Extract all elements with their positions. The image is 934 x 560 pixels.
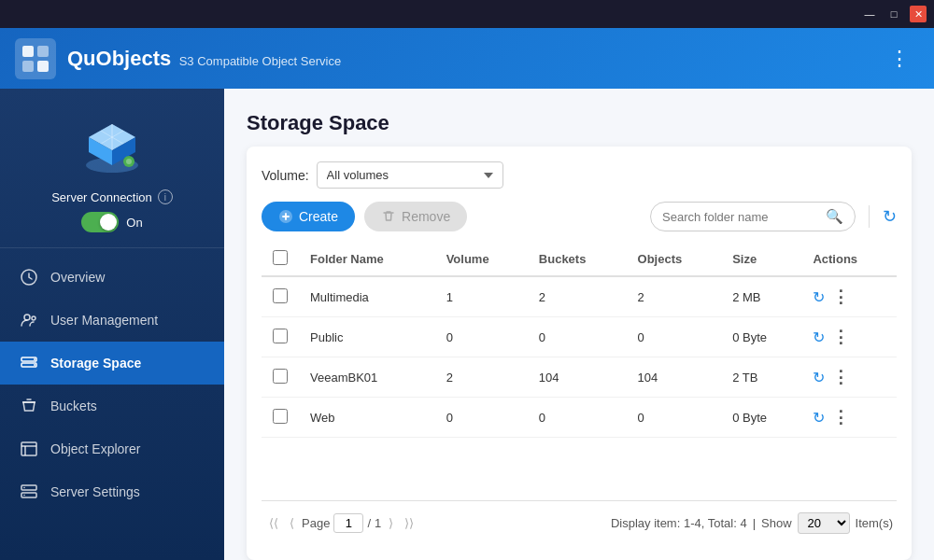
object-explorer-label: Object Explorer [50, 441, 140, 456]
cell-folder-3: Web [299, 398, 435, 438]
col-actions: Actions [801, 243, 897, 276]
trash-icon [381, 209, 396, 224]
row-checkbox-3[interactable] [273, 409, 288, 424]
volume-row: Volume: All volumes [262, 161, 897, 189]
close-button[interactable]: ✕ [910, 6, 927, 22]
content-card: Volume: All volumes Create [247, 147, 912, 560]
sidebar-item-storage-space[interactable]: Storage Space [0, 342, 224, 385]
items-label: Item(s) [856, 516, 893, 530]
page-separator: / [367, 516, 371, 530]
row-refresh-3[interactable]: ↻ [813, 409, 825, 427]
volume-label: Volume: [262, 168, 309, 183]
show-select[interactable]: 20 50 100 [798, 512, 850, 534]
svg-point-15 [24, 315, 30, 320]
row-checkbox-1[interactable] [273, 329, 288, 343]
cell-objects-3: 0 [627, 398, 722, 438]
svg-rect-0 [22, 46, 34, 57]
sidebar-item-server-settings[interactable]: Server Settings [0, 470, 224, 513]
cell-volume-1: 0 [435, 317, 528, 357]
cell-buckets-2: 104 [528, 357, 627, 398]
refresh-button[interactable]: ↻ [883, 206, 897, 227]
page-input[interactable] [333, 513, 363, 533]
search-input[interactable] [662, 210, 820, 224]
cell-volume-0: 1 [435, 276, 528, 317]
col-buckets: Buckets [528, 243, 627, 276]
cell-size-2: 2 TB [721, 357, 801, 398]
sidebar-item-user-management[interactable]: User Management [0, 299, 224, 342]
header-left: QuObjects S3 Compatible Object Service [15, 38, 341, 79]
select-all-checkbox[interactable] [273, 250, 288, 265]
cell-buckets-3: 0 [528, 398, 627, 438]
remove-button[interactable]: Remove [364, 202, 467, 231]
last-page-button[interactable]: ⟩⟩ [401, 514, 417, 532]
cell-size-3: 0 Byte [721, 398, 801, 438]
show-label: Show [761, 516, 792, 530]
cell-objects-0: 2 [627, 276, 722, 317]
sidebar-item-object-explorer[interactable]: Object Explorer [0, 427, 224, 470]
row-more-3[interactable]: ⋮ [832, 407, 849, 427]
svg-point-27 [23, 495, 25, 497]
connection-toggle[interactable] [81, 212, 119, 232]
svg-point-16 [32, 316, 35, 320]
app-subtitle: S3 Compatible Object Service [179, 54, 341, 68]
server-connection-row: Server Connection i [51, 189, 173, 204]
search-icon[interactable]: 🔍 [826, 208, 843, 225]
cell-size-1: 0 Byte [721, 317, 801, 357]
table-row: Multimedia 1 2 2 2 MB ↻ ⋮ [262, 276, 897, 317]
storage-space-icon [19, 353, 39, 373]
display-info: Display item: 1-4, Total: 4 [611, 516, 747, 530]
server-section: Server Connection i On [0, 89, 224, 248]
col-volume: Volume [435, 243, 528, 276]
storage-table: Folder Name Volume Buckets Objects Size … [262, 243, 897, 438]
next-page-button[interactable]: ⟩ [385, 514, 397, 532]
user-management-icon [19, 310, 39, 330]
table-wrap: Folder Name Volume Buckets Objects Size … [262, 243, 897, 493]
row-refresh-0[interactable]: ↻ [813, 288, 825, 306]
row-checkbox-0[interactable] [273, 288, 288, 303]
first-page-button[interactable]: ⟨⟨ [265, 514, 282, 532]
app-logo [15, 38, 56, 79]
sidebar-item-overview[interactable]: Overview [0, 256, 224, 299]
svg-point-20 [34, 364, 35, 366]
row-refresh-1[interactable]: ↻ [813, 329, 825, 346]
minimize-button[interactable]: — [861, 6, 878, 22]
buckets-icon [19, 396, 39, 416]
row-more-1[interactable]: ⋮ [832, 327, 849, 347]
cell-buckets-1: 0 [528, 317, 627, 357]
cell-actions-3: ↻ ⋮ [801, 398, 897, 438]
pipe-divider: | [753, 516, 756, 530]
nav-items: Overview User Management [0, 248, 224, 560]
cell-folder-2: VeeamBK01 [299, 357, 435, 398]
buckets-label: Buckets [50, 399, 97, 413]
row-more-2[interactable]: ⋮ [832, 367, 849, 387]
prev-page-button[interactable]: ⟨ [286, 514, 298, 532]
footer-pagination: ⟨⟨ ⟨ Page / 1 ⟩ ⟩⟩ Display item: 1-4, To… [262, 500, 897, 545]
cell-actions-1: ↻ ⋮ [801, 317, 897, 357]
sidebar-item-buckets[interactable]: Buckets [0, 385, 224, 427]
volume-select[interactable]: All volumes [317, 161, 503, 189]
col-objects: Objects [627, 243, 722, 276]
page-title: Storage Space [247, 111, 912, 135]
row-more-0[interactable]: ⋮ [832, 287, 849, 307]
server-icon [75, 107, 149, 182]
user-management-label: User Management [50, 313, 158, 328]
page-indicator: Page / 1 [302, 513, 381, 533]
maximize-button[interactable]: □ [885, 6, 902, 22]
header-more-button[interactable]: ⋮ [882, 43, 919, 75]
cell-actions-0: ↻ ⋮ [801, 276, 897, 317]
svg-rect-1 [37, 46, 49, 57]
server-connection-label: Server Connection [51, 190, 152, 204]
col-folder-name: Folder Name [299, 243, 435, 276]
main-content: Storage Space Volume: All volumes [224, 89, 934, 560]
toggle-label: On [126, 216, 142, 230]
info-icon[interactable]: i [158, 189, 173, 204]
create-button[interactable]: Create [262, 202, 355, 231]
object-explorer-icon [19, 439, 39, 459]
create-icon [278, 209, 293, 224]
storage-space-label: Storage Space [50, 356, 141, 371]
row-checkbox-2[interactable] [273, 369, 288, 384]
titlebar: — □ ✕ [0, 0, 934, 28]
row-refresh-2[interactable]: ↻ [813, 369, 825, 386]
cell-objects-2: 104 [627, 357, 722, 398]
svg-rect-2 [22, 61, 34, 72]
